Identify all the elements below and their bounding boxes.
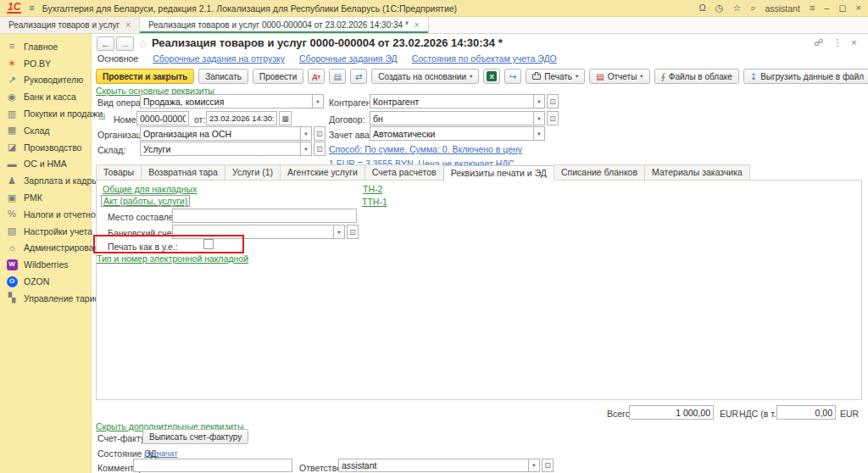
document-list-button[interactable]: ▤ [329, 69, 346, 84]
sidebar-item-pokupki-i-prodazhi[interactable]: ▥Покупки и продажи [0, 105, 91, 122]
total-input[interactable] [629, 405, 714, 420]
excel-export-button[interactable]: X [483, 69, 500, 84]
sidebar-item-wildberries[interactable]: WWildberries [0, 256, 91, 273]
service-menu-icon[interactable]: ≡ [810, 3, 815, 13]
contract-dropdown[interactable]: ▾ [534, 111, 545, 125]
sidebar-item-glavnoe[interactable]: ≡Главное [0, 38, 91, 55]
warehouse-open-icon[interactable]: ⊡ [314, 142, 326, 156]
favorite-star-icon[interactable]: ☆ [138, 37, 148, 50]
post-button[interactable]: Провести [253, 69, 303, 84]
sidebar-item-nalogi-i-otchetnost[interactable]: %Налоги и отчетность [0, 206, 91, 223]
sidebar-item-proizvodstvo[interactable]: ◪Производство [0, 139, 91, 156]
related-documents-button[interactable]: ⇄ [350, 69, 367, 84]
advance-offset-input[interactable] [370, 126, 534, 141]
operation-type-dropdown[interactable]: ▾ [313, 94, 324, 109]
sidebar-item-sklad[interactable]: ▦Склад [0, 122, 91, 139]
doc-nav-link[interactable]: Состояния по объектам учета ЭДО [412, 53, 557, 64]
sidebar-item-po-by[interactable]: ∗PO.BY [0, 55, 91, 72]
bank-account-dropdown[interactable]: ▾ [334, 225, 345, 239]
favorites-star-icon[interactable]: ☆ [732, 3, 741, 13]
date-input[interactable] [206, 111, 277, 125]
search-icon[interactable]: ⌕ [750, 3, 755, 13]
window-tab[interactable]: Реализация товаров и услуг× [0, 17, 140, 33]
sidebar-item-administrirovanie[interactable]: ☼Администрирование [0, 240, 91, 257]
doc-nav-current[interactable]: Основное [97, 53, 138, 64]
sidebar-item-bank-i-kassa[interactable]: ◉Банк и касса [0, 88, 91, 105]
export-data-button[interactable]: ↧Выгрузить данные в файл [743, 69, 868, 84]
sidebar-item-ozon[interactable]: OOZON [0, 273, 91, 290]
forward-button[interactable]: → [116, 36, 134, 51]
doc-nav-link[interactable]: Сборочные задания на отгрузку [153, 53, 285, 64]
discuss-button[interactable]: ↪ [504, 69, 521, 84]
contract-open-icon[interactable]: ⊡ [547, 111, 559, 125]
tn2-link[interactable]: ТН-2 [363, 184, 382, 194]
bell-icon[interactable]: Ω [699, 3, 706, 13]
doc-tab[interactable]: Счета расчетов [364, 164, 443, 181]
restore-icon[interactable]: ◻ [838, 3, 846, 13]
print-button[interactable]: Печать▾ [526, 69, 585, 84]
warehouse-dropdown[interactable]: ▾ [301, 142, 312, 156]
act-works-services-link[interactable]: Акт (работы, услуги) [101, 195, 190, 207]
reports-button[interactable]: ▤Отчеты▾ [589, 69, 649, 84]
main-menu-icon[interactable]: ≡ [29, 3, 34, 13]
warehouse-input[interactable] [140, 142, 301, 156]
number-input[interactable] [136, 111, 189, 125]
operation-type-input[interactable] [140, 94, 313, 109]
responsible-input[interactable] [338, 459, 529, 472]
common-for-invoices-link[interactable]: Общие для накладных [103, 184, 197, 194]
sidebar-item-nastrojki-ucheta[interactable]: ▧Настройки учета [0, 223, 91, 240]
sidebar-item-rukovoditelyu[interactable]: ↗Руководителю [0, 72, 91, 89]
doc-tab[interactable]: Реквизиты печати и ЭД [443, 165, 554, 181]
sidebar-item-rmk[interactable]: ▣РМК [0, 189, 91, 206]
close-doc-icon[interactable]: × [851, 37, 856, 48]
show-postings-button[interactable]: Дт [308, 69, 325, 84]
tab-close-icon[interactable]: × [415, 20, 420, 30]
ed-state-link[interactable]: Не начат [144, 448, 177, 458]
minimize-icon[interactable]: – [824, 3, 829, 13]
counterparty-input[interactable] [370, 94, 534, 109]
doc-tab[interactable]: Агентские услуги [280, 164, 364, 181]
total-currency: EUR [720, 409, 738, 420]
cloud-files-button[interactable]: ∮Файлы в облаке [654, 69, 739, 84]
responsible-open-icon[interactable]: ⊡ [542, 459, 554, 472]
history-icon[interactable]: ◷ [715, 3, 724, 13]
bank-account-open-icon[interactable]: ⊡ [347, 225, 359, 239]
doc-tab[interactable]: Услуги (1) [225, 164, 280, 181]
set-number-icon[interactable]: ⊞ [98, 112, 105, 121]
back-button[interactable]: ← [97, 36, 114, 51]
electronic-invoice-type-link[interactable]: Тип и номер электронной накладной [97, 253, 248, 264]
create-based-on-button[interactable]: Создать на основании▾ [371, 69, 479, 84]
issue-invoice-button[interactable]: Выписать счет-фактуру [142, 429, 248, 444]
write-button[interactable]: Записать [198, 69, 248, 84]
comment-input[interactable] [133, 459, 292, 472]
advance-offset-dropdown[interactable]: ▾ [534, 126, 545, 141]
act-place-input[interactable] [172, 209, 357, 223]
print-as-cu-checkbox[interactable] [203, 239, 214, 249]
vat-method-link[interactable]: Способ: По сумме. Сумма: 0. Включено в ц… [329, 144, 522, 154]
vat-input[interactable] [776, 405, 836, 420]
more-menu-icon[interactable]: ⋮ [832, 37, 842, 48]
post-and-close-button[interactable]: Провести и закрыть [96, 69, 194, 84]
counterparty-dropdown[interactable]: ▾ [534, 94, 545, 109]
calendar-icon[interactable]: ▦ [279, 111, 292, 125]
sidebar-item-zarplata-i-kadry[interactable]: ♟Зарплата и кадры [0, 172, 91, 189]
sidebar-item-os-i-nma[interactable]: ▬ОС и НМА [0, 156, 91, 173]
organization-input[interactable] [140, 126, 301, 141]
responsible-dropdown[interactable]: ▾ [529, 459, 540, 472]
organization-dropdown[interactable]: ▾ [301, 126, 312, 141]
doc-tab[interactable]: Товары [96, 164, 141, 181]
doc-tab[interactable]: Возвратная тара [141, 164, 225, 181]
doc-nav-link[interactable]: Сборочные задания ЭД [299, 53, 398, 64]
get-link-icon[interactable]: ☍ [814, 37, 823, 48]
tab-close-icon[interactable]: × [125, 20, 131, 30]
ttn1-link[interactable]: ТТН-1 [362, 197, 387, 207]
doc-tab[interactable]: Материалы заказчика [644, 164, 750, 181]
organization-open-icon[interactable]: ⊡ [314, 126, 326, 141]
doc-tab[interactable]: Списание бланков [554, 164, 644, 181]
bank-account-input[interactable] [172, 225, 334, 239]
sidebar-item-upravlenie-tarifom[interactable]: ▚Управление тарифом [0, 290, 91, 307]
window-tab[interactable]: Реализация товаров и услуг 0000-000004 о… [140, 17, 429, 33]
close-app-icon[interactable]: × [856, 3, 861, 13]
counterparty-open-icon[interactable]: ⊡ [547, 94, 559, 109]
contract-input[interactable] [370, 111, 534, 125]
